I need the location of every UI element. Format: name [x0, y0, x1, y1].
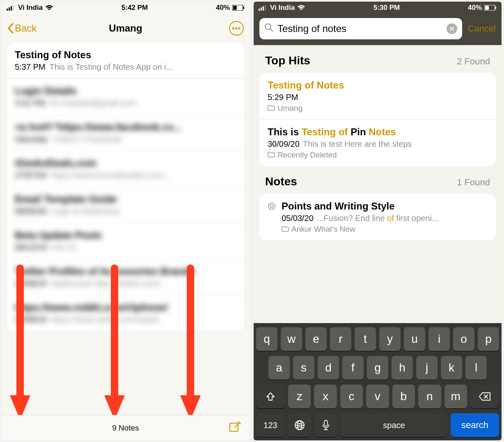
search-result-row[interactable]: Testing of Notes5:29 PMUmang [259, 73, 496, 120]
key-r[interactable]: r [330, 327, 351, 351]
key-m[interactable]: m [444, 385, 467, 408]
notes-folder-screen: Vi India 5:42 PM 40% Back Umang ••• Test… [2, 2, 250, 440]
note-title: Email Template Guide [15, 194, 236, 205]
status-time: 5:42 PM [121, 4, 148, 12]
space-key[interactable]: space [341, 413, 447, 437]
svg-rect-13 [230, 423, 238, 431]
note-subtitle: 20/08/19https://www.reddit.com/r/ipad/ [15, 315, 236, 324]
keyboard[interactable]: qwertyuiop asdfghjkl zxcvbnm 123 space s… [254, 323, 502, 440]
battery-percent: 40% [216, 4, 230, 12]
search-result-row[interactable]: Points and Writing Style05/03/20...Fusio… [259, 194, 496, 240]
clear-search-button[interactable] [447, 23, 457, 34]
notes-count: 9 Notes [112, 424, 139, 433]
cancel-button[interactable]: Cancel [468, 23, 496, 34]
search-results[interactable]: Top Hits 2 Found Testing of Notes5:29 PM… [254, 45, 502, 323]
shift-key[interactable] [256, 385, 285, 408]
tophits-header: Top Hits 2 Found [254, 45, 502, 73]
note-row[interactable]: Twitter Profiles of Accessories Brands29… [7, 259, 244, 295]
notes-search-screen: Vi India 5:30 PM 40% Testing of notes [254, 2, 502, 440]
key-s[interactable]: s [293, 356, 314, 380]
key-v[interactable]: v [366, 385, 389, 408]
key-i[interactable]: i [428, 327, 450, 351]
key-o[interactable]: o [453, 327, 474, 351]
search-key[interactable]: search [451, 413, 499, 437]
key-e[interactable]: e [305, 327, 327, 351]
key-b[interactable]: b [392, 385, 415, 408]
key-l[interactable]: l [465, 356, 487, 380]
key-f[interactable]: f [342, 356, 364, 380]
result-folder: Recently Deleted [268, 150, 488, 159]
note-subtitle: 08/12/19iOS 13 [15, 243, 236, 252]
notes-list[interactable]: Testing of Notes5:37 PMThis is Testing o… [2, 43, 250, 415]
status-bar: Vi India 5:42 PM 40% [2, 2, 250, 14]
svg-rect-17 [265, 5, 266, 11]
note-row[interactable]: Beta Update Posts08/12/19iOS 13 [7, 223, 244, 259]
note-row[interactable]: <a href="https://www.facebook.co...Satur… [7, 115, 244, 151]
key-h[interactable]: h [392, 356, 413, 380]
wifi-icon [297, 5, 305, 11]
svg-marker-8 [10, 395, 30, 415]
svg-point-23 [268, 203, 275, 210]
svg-rect-3 [13, 5, 14, 11]
result-subtitle: 05/03/20...Fusion? End line of first ope… [282, 214, 488, 223]
key-w[interactable]: w [281, 327, 302, 351]
key-n[interactable]: n [418, 385, 441, 408]
key-z[interactable]: z [288, 385, 311, 408]
key-g[interactable]: g [367, 356, 388, 380]
signal-icon [7, 5, 16, 11]
folder-icon [282, 225, 289, 234]
svg-rect-6 [243, 7, 244, 9]
globe-key[interactable] [288, 413, 311, 437]
carrier-label: Vi India [270, 4, 295, 12]
key-x[interactable]: x [314, 385, 337, 408]
note-subtitle: 4:41 PMID example@gmail.com [15, 98, 236, 108]
svg-marker-10 [104, 395, 125, 415]
svg-rect-20 [495, 7, 496, 9]
key-t[interactable]: t [355, 327, 376, 351]
key-c[interactable]: c [340, 385, 363, 408]
swipe-arrow-icon [104, 264, 117, 415]
svg-rect-5 [233, 6, 237, 10]
key-j[interactable]: j [416, 356, 438, 380]
note-row[interactable]: iGeeksDeals.com27/07/20https://www.emeca… [7, 151, 244, 187]
folder-icon [268, 150, 275, 159]
ellipsis-icon: ••• [232, 24, 241, 33]
key-d[interactable]: d [318, 356, 339, 380]
svg-marker-12 [180, 395, 201, 415]
key-q[interactable]: q [256, 327, 277, 351]
dictation-key[interactable] [314, 413, 337, 437]
wifi-icon [45, 5, 53, 11]
result-title: This is Testing of Pin Notes [268, 126, 488, 138]
note-row[interactable]: Login Details4:41 PMID example@gmail.com [7, 79, 244, 115]
key-k[interactable]: k [441, 356, 462, 380]
note-row[interactable]: Testing of Notes5:37 PMThis is Testing o… [7, 43, 244, 79]
svg-line-22 [270, 29, 273, 31]
key-p[interactable]: p [478, 327, 499, 351]
note-row[interactable]: https://www.reddit.com/r/iphone/20/08/19… [7, 295, 244, 331]
note-subtitle: 5:37 PMThis is Testing of Notes App on i… [15, 62, 236, 72]
search-icon [264, 23, 273, 34]
svg-rect-28 [324, 420, 328, 426]
backspace-key[interactable] [470, 385, 499, 408]
search-input[interactable]: Testing of notes [259, 18, 462, 39]
search-result-row[interactable]: This is Testing of Pin Notes30/09/20This… [259, 120, 496, 166]
key-y[interactable]: y [379, 327, 401, 351]
battery-icon [484, 5, 497, 11]
more-button[interactable]: ••• [229, 21, 244, 36]
battery-percent: 40% [468, 4, 482, 12]
nav-bar: Back Umang ••• [2, 14, 250, 43]
bottom-toolbar: 9 Notes [2, 415, 250, 440]
svg-rect-1 [9, 7, 10, 11]
status-time: 5:30 PM [373, 4, 400, 12]
numbers-key[interactable]: 123 [256, 413, 285, 437]
section-title: Top Hits [265, 54, 310, 67]
key-a[interactable]: a [268, 356, 290, 380]
result-folder: Ankur What's New [282, 225, 488, 234]
compose-button[interactable] [229, 421, 241, 435]
signal-icon [259, 5, 268, 11]
note-title: https://www.reddit.com/r/iphone/ [15, 302, 236, 313]
page-title: Umang [2, 23, 250, 34]
back-button[interactable]: Back [7, 23, 37, 34]
key-u[interactable]: u [404, 327, 425, 351]
note-row[interactable]: Email Template Guide08/05/20Login to Mai… [7, 187, 244, 223]
